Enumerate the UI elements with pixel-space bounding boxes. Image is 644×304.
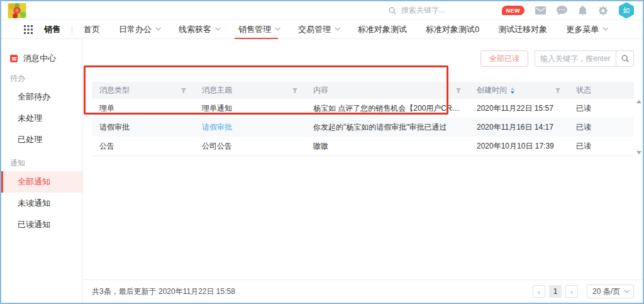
- chevron-down-icon: [215, 25, 220, 30]
- cell-content: 你发起的"杨宝如的请假审批"审批已通过: [306, 122, 469, 133]
- main-panel: 全部已读 消息类型: [83, 39, 643, 303]
- table-row[interactable]: 公告 公司公告 嗷嗷 2020年10月10日 17:39 已读: [92, 137, 634, 155]
- main-nav: 销售 首页 日常办公 线索获客 销售管理 交易管理 标准对象测试 标准对象测试0…: [1, 20, 643, 39]
- sidebar-item-all-notices[interactable]: 全部通知: [1, 171, 82, 193]
- sidebar-section-todo: 待办: [1, 73, 82, 84]
- page-size-select[interactable]: 20 条/页: [587, 284, 634, 298]
- cell-created: 2020年11月22日 15:57: [469, 103, 569, 114]
- sidebar-item-read-notices[interactable]: 已读通知: [1, 214, 82, 235]
- nav-item-standard-object-test0[interactable]: 标准对象测试0: [426, 20, 479, 39]
- cell-content: 杨宝如 点评了您的销售机会【200用户CRM项目】: [306, 103, 469, 114]
- cell-created: 2020年11月16日 14:17: [469, 122, 569, 133]
- company-logo: [8, 3, 26, 18]
- column-header-content: 内容: [313, 85, 328, 96]
- bell-icon[interactable]: [578, 6, 587, 16]
- scroll-up-icon[interactable]: [636, 100, 641, 103]
- table-body: 理单 理单通知 杨宝如 点评了您的销售机会【200用户CRM项目】 2020年1…: [92, 99, 634, 156]
- nav-item-sales-management[interactable]: 销售管理: [238, 20, 279, 39]
- chevron-down-icon: [335, 25, 340, 30]
- sidebar-item-processed[interactable]: 已处理: [1, 129, 82, 150]
- app-window: 搜索关键字... NEW 如: [0, 0, 644, 304]
- apps-grid-icon[interactable]: [24, 25, 33, 34]
- gear-icon[interactable]: [598, 6, 608, 16]
- current-page[interactable]: 1: [549, 285, 562, 298]
- toolbar: 全部已读: [92, 50, 634, 67]
- top-bar: 搜索关键字... NEW 如: [1, 1, 643, 20]
- filter-icon[interactable]: [180, 87, 187, 94]
- cell-subject: 公司公告: [194, 141, 306, 152]
- global-search[interactable]: 搜索关键字...: [388, 5, 445, 16]
- table-footer: 共3条，最后更新于 2020年11月22日 15:58 ‹ 1 › 20 条/页: [83, 279, 643, 303]
- table-search-button[interactable]: [616, 51, 633, 66]
- nav-item-home[interactable]: 首页: [84, 20, 100, 39]
- column-header-status: 状态: [576, 85, 591, 96]
- prev-page-button[interactable]: ‹: [533, 285, 545, 298]
- topbar-icons: NEW 如: [502, 3, 637, 19]
- sidebar: 消息中心 待办 全部待办 未处理 已处理 通知 全部通知 未读通知 已读通知: [1, 39, 83, 303]
- messages-table: 消息类型 消息主题 内容 创建时间: [92, 82, 634, 156]
- nav-item-more-menu[interactable]: 更多菜单: [566, 20, 607, 39]
- cell-type: 请假审批: [92, 122, 194, 133]
- sidebar-item-unread-notices[interactable]: 未读通知: [1, 193, 82, 214]
- column-header-subject: 消息主题: [202, 85, 232, 96]
- cell-created: 2020年10月10日 17:39: [469, 141, 569, 152]
- sort-icon[interactable]: [511, 87, 514, 94]
- search-icon: [388, 6, 397, 15]
- cell-type: 理单: [92, 103, 194, 114]
- chevron-down-icon: [603, 25, 608, 30]
- cell-status: 已读: [569, 103, 634, 114]
- page-title: 消息中心: [1, 53, 82, 64]
- cell-type: 公告: [92, 141, 194, 152]
- content-area: 消息中心 待办 全部待办 未处理 已处理 通知 全部通知 未读通知 已读通知 全…: [1, 39, 643, 303]
- nav-item-trade-management[interactable]: 交易管理: [298, 20, 339, 39]
- nav-divider: [72, 26, 72, 33]
- nav-item-lead-acquisition[interactable]: 线索获客: [179, 20, 219, 39]
- table-search-input[interactable]: [535, 51, 616, 66]
- message-center-icon: [10, 55, 18, 62]
- column-header-type: 消息类型: [99, 85, 130, 96]
- nav-item-standard-object-test[interactable]: 标准对象测试: [358, 20, 407, 39]
- table-row[interactable]: 请假审批 请假审批 你发起的"杨宝如的请假审批"审批已通过 2020年11月16…: [92, 118, 634, 137]
- table-row[interactable]: 理单 理单通知 杨宝如 点评了您的销售机会【200用户CRM项目】 2020年1…: [92, 99, 634, 118]
- cell-subject-link[interactable]: 请假审批: [194, 122, 306, 133]
- mail-icon[interactable]: [535, 6, 546, 14]
- cell-status: 已读: [569, 122, 634, 133]
- mark-all-read-button[interactable]: 全部已读: [480, 50, 528, 67]
- nav-item-test-migration-object[interactable]: 测试迁移对象: [498, 20, 547, 39]
- record-summary: 共3条，最后更新于 2020年11月22日 15:58: [92, 286, 235, 297]
- search-icon: [621, 54, 630, 63]
- column-header-created: 创建时间: [477, 85, 507, 96]
- filter-icon[interactable]: [555, 87, 561, 94]
- current-app-label[interactable]: 销售: [44, 24, 60, 35]
- new-badge[interactable]: NEW: [502, 6, 525, 15]
- next-page-button[interactable]: ›: [565, 285, 578, 298]
- cell-subject: 理单通知: [194, 103, 306, 114]
- table-header-row: 消息类型 消息主题 内容 创建时间: [92, 82, 634, 99]
- scroll-down-icon[interactable]: [636, 151, 641, 154]
- sidebar-item-unprocessed[interactable]: 未处理: [1, 108, 82, 129]
- sidebar-item-all-todo[interactable]: 全部待办: [1, 86, 82, 108]
- filter-icon[interactable]: [292, 87, 298, 94]
- cell-content: 嗷嗷: [306, 141, 469, 152]
- table-scrollbar[interactable]: [636, 100, 642, 154]
- nav-item-daily-office[interactable]: 日常办公: [119, 20, 160, 39]
- pagination: ‹ 1 › 20 条/页: [533, 284, 634, 298]
- filter-icon[interactable]: [455, 87, 462, 94]
- cell-status: 已读: [569, 141, 634, 152]
- chevron-down-icon: [275, 25, 280, 30]
- user-avatar[interactable]: 如: [619, 3, 634, 19]
- sidebar-section-notice: 通知: [1, 158, 82, 169]
- table-search: [535, 50, 634, 67]
- chevron-down-icon: [155, 25, 160, 30]
- global-search-placeholder: 搜索关键字...: [401, 5, 445, 16]
- chevron-down-icon: [624, 288, 629, 293]
- chat-icon[interactable]: [557, 6, 567, 15]
